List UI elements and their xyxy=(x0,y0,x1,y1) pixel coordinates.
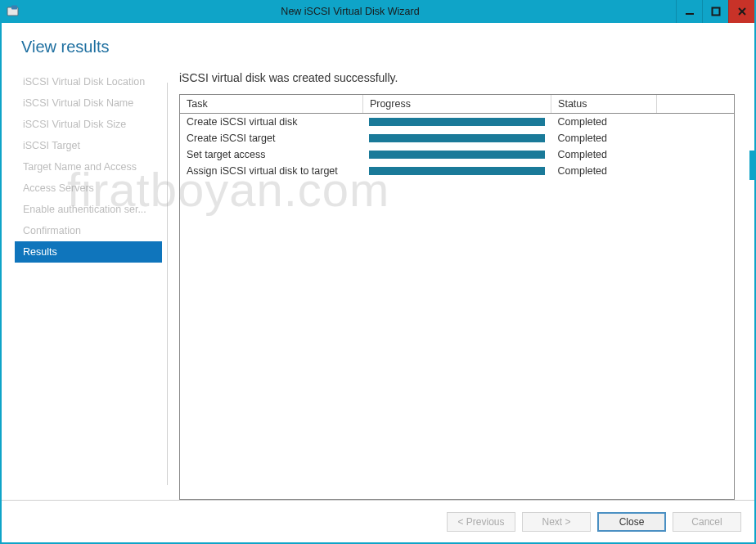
task-name: Create iSCSI virtual disk xyxy=(180,114,362,131)
window-frame: New iSCSI Virtual Disk Wizard firatboyan… xyxy=(0,0,756,544)
step-iscsi-target: iSCSI Target xyxy=(15,135,162,156)
next-button[interactable]: Next > xyxy=(522,512,591,532)
task-progress xyxy=(362,114,551,131)
step-iscsi-virtual-disk-size: iSCSI Virtual Disk Size xyxy=(15,114,162,135)
table-row: Set target access Completed xyxy=(180,146,734,163)
titlebar[interactable]: New iSCSI Virtual Disk Wizard xyxy=(2,0,754,23)
task-progress xyxy=(362,130,551,146)
client-area: firatboyan.com View results iSCSI Virtua… xyxy=(2,23,754,542)
progress-bar xyxy=(369,118,544,126)
progress-bar xyxy=(369,167,544,175)
table-row: Create iSCSI target Completed xyxy=(180,130,734,146)
close-button[interactable]: Close xyxy=(597,512,666,532)
cancel-button[interactable]: Cancel xyxy=(673,512,741,532)
task-status: Completed xyxy=(551,163,657,179)
progress-bar xyxy=(369,151,544,159)
wizard-body: iSCSI Virtual Disk Location iSCSI Virtua… xyxy=(2,63,754,500)
svg-rect-3 xyxy=(712,8,719,16)
step-iscsi-virtual-disk-location: iSCSI Virtual Disk Location xyxy=(15,71,162,92)
task-name: Set target access xyxy=(180,146,362,163)
page-header: View results xyxy=(2,23,754,63)
progress-bar xyxy=(369,134,544,142)
page-title: View results xyxy=(21,38,735,56)
window-title: New iSCSI Virtual Disk Wizard xyxy=(25,0,676,23)
maximize-button[interactable] xyxy=(702,0,728,23)
result-message: iSCSI virtual disk was created successfu… xyxy=(179,71,735,84)
wizard-footer: < Previous Next > Close Cancel xyxy=(2,500,754,542)
step-iscsi-virtual-disk-name: iSCSI Virtual Disk Name xyxy=(15,92,162,114)
step-results: Results xyxy=(15,241,162,263)
table-row: Assign iSCSI virtual disk to target Comp… xyxy=(180,163,734,179)
step-access-servers: Access Servers xyxy=(15,178,162,199)
vertical-divider xyxy=(167,83,168,485)
table-row: Create iSCSI virtual disk Completed xyxy=(180,114,734,131)
step-target-name-and-access: Target Name and Access xyxy=(15,156,162,178)
svg-rect-2 xyxy=(686,13,694,15)
results-table: Task Progress Status Create iSCSI virtua… xyxy=(179,94,735,500)
col-task[interactable]: Task xyxy=(180,95,362,114)
task-name: Assign iSCSI virtual disk to target xyxy=(180,163,362,179)
step-confirmation: Confirmation xyxy=(15,220,162,241)
wizard-icon xyxy=(2,0,25,23)
minimize-button[interactable] xyxy=(676,0,702,23)
window-buttons xyxy=(676,0,754,23)
close-window-button[interactable] xyxy=(728,0,754,23)
step-enable-authentication: Enable authentication ser... xyxy=(15,199,162,220)
task-progress xyxy=(362,163,551,179)
task-status: Completed xyxy=(551,146,657,163)
task-status: Completed xyxy=(551,114,657,131)
table-header-row: Task Progress Status xyxy=(180,95,734,114)
task-name: Create iSCSI target xyxy=(180,130,362,146)
task-status: Completed xyxy=(551,130,657,146)
col-spare xyxy=(656,95,734,114)
previous-button[interactable]: < Previous xyxy=(447,512,515,532)
svg-rect-1 xyxy=(11,6,17,10)
col-progress[interactable]: Progress xyxy=(362,95,551,114)
col-status[interactable]: Status xyxy=(551,95,657,114)
content-pane: iSCSI virtual disk was created successfu… xyxy=(179,63,735,500)
task-progress xyxy=(362,146,551,163)
steps-sidebar: iSCSI Virtual Disk Location iSCSI Virtua… xyxy=(15,63,162,500)
